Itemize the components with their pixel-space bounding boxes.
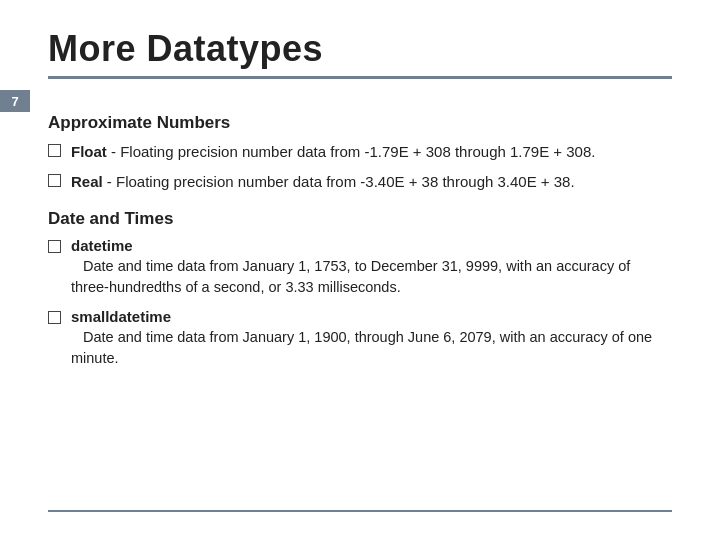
checkbox-smalldatetime <box>48 311 61 324</box>
bottom-line <box>48 510 672 512</box>
slide-title: More Datatypes <box>48 28 672 70</box>
real-label: Real <box>71 173 103 190</box>
smalldatetime-content: smalldatetime Date and time data from Ja… <box>71 308 672 369</box>
approximate-numbers-heading: Approximate Numbers <box>48 113 672 133</box>
list-item: Real - Floating precision number data fr… <box>48 171 672 193</box>
smalldatetime-description: Date and time data from January 1, 1900,… <box>71 329 652 366</box>
content-area: Approximate Numbers Float - Floating pre… <box>0 95 720 397</box>
float-desc: - Floating precision number data from -1… <box>107 143 596 160</box>
title-underline <box>48 76 672 79</box>
date-and-times-heading: Date and Times <box>48 209 672 229</box>
checkbox-datetime <box>48 240 61 253</box>
float-label: Float <box>71 143 107 160</box>
datetime-content: datetime Date and time data from January… <box>71 237 672 298</box>
datetime-description: Date and time data from January 1, 1753,… <box>71 258 630 295</box>
slide: More Datatypes 7 Approximate Numbers Flo… <box>0 0 720 540</box>
section-date-and-times: Date and Times datetime Date and time da… <box>48 209 672 369</box>
checkbox-real <box>48 174 61 187</box>
float-text: Float - Floating precision number data f… <box>71 141 595 163</box>
list-item: Float - Floating precision number data f… <box>48 141 672 163</box>
smalldatetime-label: smalldatetime <box>71 308 672 325</box>
datetime-label: datetime <box>71 237 672 254</box>
title-area: More Datatypes <box>0 0 720 91</box>
real-text: Real - Floating precision number data fr… <box>71 171 575 193</box>
list-item: smalldatetime Date and time data from Ja… <box>48 308 672 369</box>
approximate-numbers-list: Float - Floating precision number data f… <box>48 141 672 193</box>
slide-number: 7 <box>11 94 18 109</box>
list-item: datetime Date and time data from January… <box>48 237 672 298</box>
checkbox-float <box>48 144 61 157</box>
slide-number-bar: 7 <box>0 90 30 112</box>
real-desc: - Floating precision number data from -3… <box>103 173 575 190</box>
section-approximate-numbers: Approximate Numbers Float - Floating pre… <box>48 113 672 193</box>
